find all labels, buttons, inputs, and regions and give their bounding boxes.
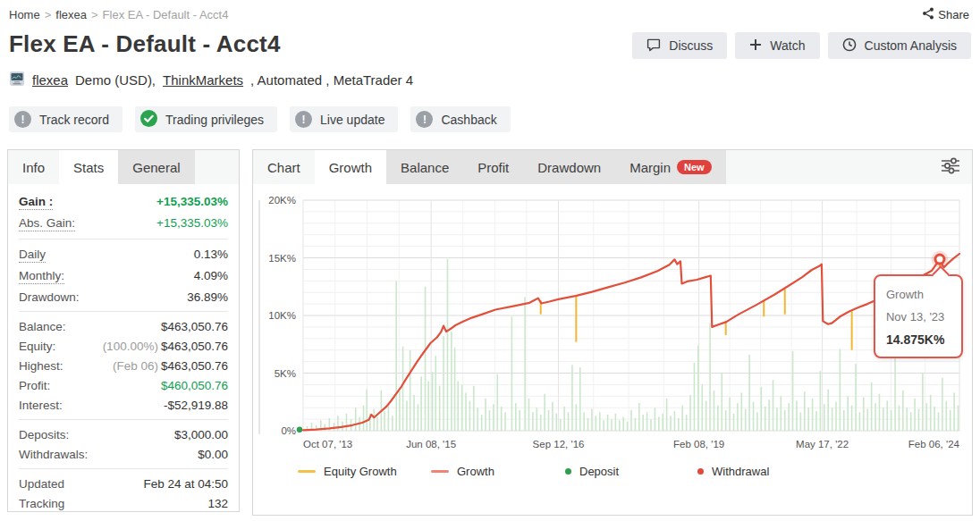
stat-label: Withdrawals:	[19, 448, 88, 461]
stat-label[interactable]: Daily	[19, 248, 46, 263]
growth-swatch	[431, 470, 449, 473]
legend-growth[interactable]: Growth	[431, 465, 494, 478]
account-owner-link[interactable]: flexea	[32, 72, 68, 88]
stat-label[interactable]: Monthly:	[19, 269, 64, 284]
svg-text:Sep 12, '16: Sep 12, '16	[533, 439, 585, 450]
share-label: Share	[938, 8, 969, 21]
badge-label: Live update	[320, 113, 384, 127]
divider	[19, 419, 228, 420]
exclamation-icon: !	[416, 111, 433, 128]
tab-stats[interactable]: Stats	[59, 150, 118, 184]
withdrawal-swatch	[697, 468, 704, 475]
chart-tooltip: Growth Nov 13, '23 14.875K%	[874, 274, 963, 358]
divider	[19, 239, 228, 239]
tab-info[interactable]: Info	[8, 150, 59, 184]
discuss-button[interactable]: Discuss	[632, 32, 727, 59]
stat-tracking: Tracking 132	[19, 493, 228, 513]
stat-value: $0.00	[198, 448, 228, 461]
breadcrumb-current: Flex EA - Default - Acct4	[103, 8, 229, 21]
svg-text:5K%: 5K%	[275, 368, 296, 379]
stat-gain: Gain : +15,335.03%	[19, 191, 228, 213]
stat-value: $463,050.76	[161, 320, 228, 333]
breadcrumb: Home > flexea > Flex EA - Default - Acct…	[9, 8, 228, 21]
watch-button[interactable]: Watch	[735, 32, 819, 59]
badge-cashback[interactable]: ! Cashback	[410, 106, 510, 132]
stat-updated: Updated Feb 24 at 04:50	[19, 474, 228, 493]
stat-value: $3,000.00	[174, 428, 228, 441]
growth-chart[interactable]: 0%5K%10K%15K%20K%Oct 07, '13Jun 08, '15S…	[258, 193, 967, 454]
top-bar: Home > flexea > Flex EA - Default - Acct…	[0, 0, 980, 22]
stat-label: Interest:	[19, 399, 63, 412]
tooltip-value: 14.875K%	[886, 332, 950, 347]
account-subtitle: flexea Demo (USD), ThinkMarkets , Automa…	[0, 59, 980, 89]
badge-label: Cashback	[441, 113, 496, 127]
chat-icon	[646, 38, 661, 55]
stat-highest: Highest: (Feb 06)$463,050.76	[19, 356, 228, 375]
svg-text:Jun 08, '15: Jun 08, '15	[406, 439, 456, 450]
stat-prefix: (100.00%)	[103, 340, 158, 353]
legend-label: Deposit	[579, 465, 619, 478]
stat-value: (100.00%)$463,050.76	[103, 340, 228, 353]
stat-drawdown: Drawdown: 36.89%	[19, 287, 228, 307]
exclamation-icon: !	[295, 111, 312, 128]
tab-margin[interactable]: Margin New	[615, 150, 725, 184]
tooltip-date: Nov 13, '23	[886, 310, 950, 324]
stats-panel: Info Stats General Gain : +15,335.03% Ab…	[7, 149, 240, 512]
badge-trading-privileges[interactable]: Trading privileges	[135, 106, 277, 132]
breadcrumb-separator: >	[45, 8, 52, 21]
legend-equity-growth[interactable]: Equity Growth	[298, 465, 397, 478]
legend-label: Growth	[457, 465, 494, 478]
tab-chart[interactable]: Chart	[253, 150, 315, 184]
main-content: Info Stats General Gain : +15,335.03% Ab…	[7, 149, 973, 516]
svg-text:Oct 07, '13: Oct 07, '13	[303, 439, 352, 450]
new-badge: New	[677, 160, 712, 174]
tab-drawdown[interactable]: Drawdown	[523, 150, 615, 184]
stats-panel-tabs: Info Stats General	[8, 150, 239, 184]
stat-value: 4.09%	[194, 269, 228, 282]
stat-prefix: (Feb 06)	[113, 359, 158, 373]
stat-label[interactable]: Abs. Gain:	[19, 216, 75, 231]
chart-body: 0%5K%10K%15K%20K%Oct 07, '13Jun 08, '15S…	[253, 184, 972, 487]
stat-value: +15,335.03%	[156, 216, 228, 230]
stat-label[interactable]: Gain :	[19, 195, 53, 210]
custom-analysis-button[interactable]: Custom Analysis	[828, 32, 971, 59]
account-avatar	[9, 71, 25, 89]
tab-balance[interactable]: Balance	[386, 150, 463, 184]
share-button[interactable]: Share	[922, 7, 969, 22]
tab-growth[interactable]: Growth	[315, 150, 386, 184]
stat-interest: Interest: -$52,919.88	[19, 395, 228, 415]
breadcrumb-flexea[interactable]: flexea	[55, 8, 87, 21]
discuss-label: Discuss	[669, 38, 713, 53]
account-platform: , Automated , MetaTrader 4	[250, 72, 413, 88]
stat-label: Deposits:	[19, 428, 69, 441]
tooltip-series: Growth	[886, 288, 950, 301]
badge-live-update[interactable]: ! Live update	[290, 106, 398, 132]
chart-settings-button[interactable]	[929, 157, 972, 178]
legend-withdrawal[interactable]: Withdrawal	[697, 465, 769, 478]
share-icon	[922, 7, 934, 22]
svg-text:0%: 0%	[281, 425, 296, 436]
badge-track-record[interactable]: ! Track record	[9, 106, 122, 132]
svg-text:15K%: 15K%	[268, 253, 296, 264]
check-icon	[140, 110, 157, 130]
header: Flex EA - Default - Acct4 Discuss Watch …	[0, 22, 980, 59]
stat-equity: Equity: (100.00%)$463,050.76	[19, 336, 228, 356]
svg-text:20K%: 20K%	[268, 195, 296, 206]
verification-badges: ! Track record Trading privileges ! Live…	[0, 89, 980, 132]
stat-label: Drawdown:	[19, 290, 80, 304]
svg-text:Feb 08, '19: Feb 08, '19	[673, 439, 724, 450]
svg-text:10K%: 10K%	[268, 310, 296, 321]
broker-link[interactable]: ThinkMarkets	[163, 72, 243, 88]
stat-value: -$52,919.88	[164, 399, 228, 412]
stats-list: Gain : +15,335.03% Abs. Gain: +15,335.03…	[8, 184, 239, 513]
chart-panel: Chart Growth Balance Profit Drawdown Mar…	[252, 149, 973, 516]
stat-profit: Profit: $460,050.76	[19, 375, 228, 395]
breadcrumb-home[interactable]: Home	[9, 8, 40, 21]
divider	[19, 311, 228, 312]
stat-value: (Feb 06)$463,050.76	[113, 359, 228, 373]
tab-general[interactable]: General	[118, 150, 194, 184]
stat-deposits: Deposits: $3,000.00	[19, 424, 228, 444]
tab-profit[interactable]: Profit	[463, 150, 523, 184]
sliders-icon	[941, 157, 960, 178]
legend-deposit[interactable]: Deposit	[565, 465, 619, 478]
